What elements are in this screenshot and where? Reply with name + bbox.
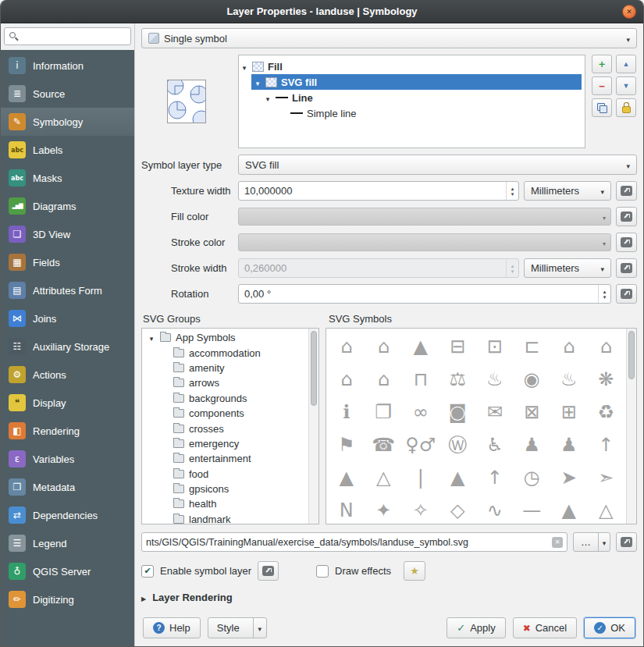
svg-symbol[interactable]: ▲ bbox=[328, 461, 365, 494]
svg-path-input[interactable]: nts/GIS/QGIS/TrainingManual/exercise_dat… bbox=[141, 532, 568, 552]
stroke-color-button[interactable] bbox=[238, 233, 611, 251]
customize-effects-button[interactable] bbox=[404, 561, 425, 581]
enable-layer-override-button[interactable] bbox=[258, 561, 279, 581]
stroke-width-unit-combo[interactable]: Millimeters bbox=[524, 258, 611, 278]
renderer-combo[interactable]: Single symbol bbox=[141, 28, 637, 48]
svg-symbol[interactable]: ◷ bbox=[514, 461, 551, 494]
lock-color-button[interactable] bbox=[616, 98, 636, 117]
draw-effects-checkbox[interactable] bbox=[316, 565, 329, 578]
svg-symbol[interactable]: ⊟ bbox=[439, 330, 477, 363]
svg-group-item[interactable]: health bbox=[142, 496, 308, 511]
sidebar-item-legend[interactable]: ☰Legend bbox=[1, 529, 134, 557]
symbol-layer-type-combo[interactable]: SVG fill bbox=[238, 155, 637, 175]
svg-symbol[interactable]: ⌂ bbox=[328, 363, 365, 396]
expander-icon[interactable] bbox=[148, 332, 155, 343]
sidebar-item-diagrams[interactable]: ▂▅▇Diagrams bbox=[1, 192, 134, 220]
tree-node-svg-fill[interactable]: SVG fill bbox=[251, 74, 582, 90]
search-input[interactable] bbox=[4, 27, 131, 45]
svg-symbol[interactable]: ▲ bbox=[550, 494, 588, 524]
svg-symbol[interactable]: ⌂ bbox=[550, 330, 588, 363]
svg-group-item[interactable]: gpsicons bbox=[142, 482, 308, 496]
layer-rendering-group[interactable]: Layer Rendering bbox=[141, 592, 637, 603]
add-symbol-layer-button[interactable] bbox=[592, 55, 612, 73]
move-layer-up-button[interactable] bbox=[616, 55, 636, 73]
svg-group-item[interactable]: amenity bbox=[142, 361, 308, 375]
svg-symbol[interactable]: △ bbox=[365, 461, 403, 494]
tree-node-fill[interactable]: Fill bbox=[240, 59, 583, 74]
sidebar-item-joins[interactable]: ⋈Joins bbox=[1, 304, 134, 332]
tree-node-line[interactable]: Line bbox=[264, 90, 583, 105]
svg-symbol[interactable]: ∿ bbox=[476, 494, 514, 524]
svg-symbol[interactable]: ⌂ bbox=[365, 363, 403, 396]
sidebar-item-variables[interactable]: εVariables bbox=[1, 445, 134, 473]
scrollbar-thumb[interactable] bbox=[628, 331, 635, 379]
svg-symbol[interactable]: ✦ bbox=[365, 494, 403, 524]
fill-color-override-button[interactable] bbox=[616, 207, 637, 226]
svg-symbol[interactable]: ↑ bbox=[588, 428, 625, 461]
fill-color-button[interactable] bbox=[238, 208, 611, 226]
rotation-input[interactable]: 0,00 ° bbox=[238, 284, 611, 304]
svg-symbol[interactable]: ⌂ bbox=[328, 330, 365, 363]
svg-path-override-button[interactable] bbox=[616, 532, 637, 552]
svg-symbols-scrollbar[interactable] bbox=[626, 329, 636, 524]
svg-groups-scrollbar[interactable] bbox=[308, 329, 318, 524]
browse-button[interactable]: … bbox=[573, 532, 610, 552]
scrollbar-thumb[interactable] bbox=[311, 331, 317, 406]
svg-symbol[interactable]: ⊠ bbox=[514, 396, 551, 428]
spinner-arrows-icon[interactable] bbox=[598, 285, 610, 303]
sidebar-item-labels[interactable]: abcLabels bbox=[1, 136, 134, 164]
sidebar-item-metadata[interactable]: ❐Metadata bbox=[1, 473, 134, 501]
svg-group-item[interactable]: crosses bbox=[142, 421, 308, 435]
expander-icon[interactable] bbox=[240, 61, 248, 73]
svg-symbol[interactable]: ♨ bbox=[476, 363, 514, 396]
svg-symbol[interactable]: ⊞ bbox=[550, 396, 588, 428]
svg-symbol[interactable]: ❋ bbox=[588, 363, 625, 396]
texture-width-unit-combo[interactable]: Millimeters bbox=[524, 181, 611, 201]
chevron-down-icon[interactable] bbox=[598, 533, 610, 551]
titlebar[interactable]: Layer Properties - landuse | Symbology bbox=[1, 0, 643, 23]
sidebar-item-rendering[interactable]: ◧Rendering bbox=[1, 417, 134, 445]
sidebar-item-auxiliary-storage[interactable]: ☷Auxiliary Storage bbox=[1, 332, 134, 361]
collapsed-triangle-icon[interactable] bbox=[141, 592, 146, 603]
svg-symbol[interactable]: ♻ bbox=[588, 396, 625, 428]
sidebar-item-actions[interactable]: ⚙Actions bbox=[1, 361, 134, 389]
sidebar-item-masks[interactable]: abcMasks bbox=[1, 164, 134, 192]
svg-symbol[interactable]: ∞ bbox=[402, 396, 439, 428]
sidebar-item-information[interactable]: iInformation bbox=[1, 52, 134, 80]
svg-group-item[interactable]: landmark bbox=[142, 512, 308, 524]
enable-symbol-layer-checkbox[interactable] bbox=[141, 565, 154, 578]
svg-symbol[interactable]: ♿ bbox=[476, 428, 514, 461]
clear-icon[interactable] bbox=[552, 537, 563, 548]
duplicate-layer-button[interactable] bbox=[592, 98, 612, 117]
svg-group-item[interactable]: components bbox=[142, 406, 308, 421]
svg-symbol[interactable]: ➣ bbox=[588, 461, 625, 494]
expander-icon[interactable] bbox=[254, 76, 262, 88]
svg-symbol[interactable]: — bbox=[514, 494, 551, 524]
svg-symbol[interactable]: ➤ bbox=[550, 461, 588, 494]
svg-symbol[interactable]: ▲ bbox=[402, 330, 439, 363]
rotation-override-button[interactable] bbox=[616, 284, 637, 304]
svg-symbol[interactable]: N bbox=[328, 494, 365, 524]
sidebar-item-display[interactable]: ❝Display bbox=[1, 389, 134, 417]
ok-button[interactable]: OK bbox=[584, 617, 635, 638]
svg-symbol[interactable]: | bbox=[402, 461, 439, 494]
svg-group-item[interactable]: emergency bbox=[142, 436, 308, 451]
stroke-color-override-button[interactable] bbox=[616, 233, 637, 252]
texture-width-override-button[interactable] bbox=[616, 181, 637, 201]
svg-group-item[interactable]: accommodation bbox=[142, 345, 308, 360]
move-layer-down-button[interactable] bbox=[616, 76, 636, 95]
svg-symbol[interactable]: ℹ bbox=[328, 396, 365, 428]
tree-node-simple-line[interactable]: Simple line bbox=[290, 105, 583, 121]
svg-symbol[interactable]: ⌂ bbox=[588, 330, 625, 363]
svg-symbol[interactable]: ◙ bbox=[439, 396, 477, 428]
spinner-arrows-icon[interactable] bbox=[506, 259, 518, 277]
chevron-down-icon[interactable] bbox=[253, 618, 266, 638]
close-button[interactable] bbox=[622, 5, 636, 19]
cancel-button[interactable]: Cancel bbox=[513, 617, 578, 638]
help-button[interactable]: Help bbox=[143, 617, 201, 638]
svg-symbol[interactable]: ❐ bbox=[365, 396, 403, 428]
stroke-width-input[interactable]: 0,260000 bbox=[238, 258, 519, 278]
spinner-arrows-icon[interactable] bbox=[506, 182, 518, 200]
svg-symbol[interactable]: ⌂ bbox=[365, 330, 403, 363]
svg-group-item[interactable]: entertainment bbox=[142, 451, 308, 466]
